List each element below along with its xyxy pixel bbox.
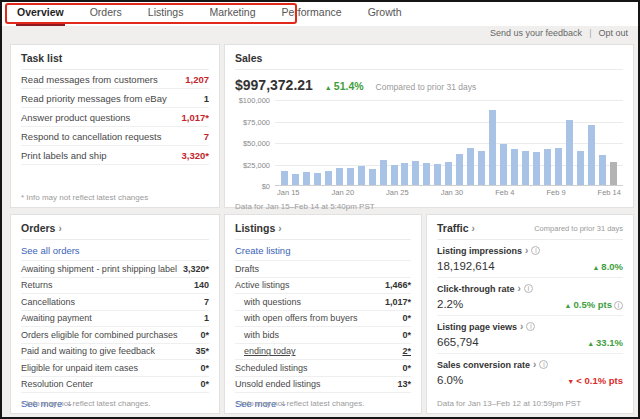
info-icon[interactable]: i [526,322,535,331]
listings-row[interactable]: Drafts [235,261,411,278]
orders-row[interactable]: Paid and waiting to give feedback 35* [21,344,209,361]
orders-row-label: Orders eligible for combined purchases [21,330,178,340]
listings-row-label: Unsold ended listings [235,379,321,389]
sales-title: Sales [235,45,623,70]
traffic-title[interactable]: Traffic › [437,222,475,234]
sales-chart: $0$25,000$50,000$75,000$100,000 [275,100,623,186]
orders-row-value: 3,320* [183,264,209,274]
traffic-compare-note: Compared to prior 31 days [534,224,623,233]
traffic-metric-link[interactable]: Listing page views › i [437,321,623,332]
task-list-row[interactable]: Respond to cancellation requests 7 [21,127,209,146]
listings-row[interactable]: ending today 2* [235,344,411,361]
chart-bar [423,163,430,185]
chart-bar [478,151,485,185]
chart-bar [401,163,408,185]
traffic-metric-link[interactable]: Listing impressions › i [437,245,623,256]
chart-bar [336,168,343,185]
orders-row[interactable]: Eligible for unpaid item cases 0* [21,360,209,377]
metric-label: Listing impressions [437,246,522,256]
tab[interactable]: Orders [89,1,123,26]
y-tick-label: $50,000 [243,139,270,148]
metric-value: 18,192,614 [437,260,495,272]
see-all-orders-link[interactable]: See all orders [21,240,209,261]
task-list-row[interactable]: Read priority messages from eBay 1 [21,89,209,108]
listings-row[interactable]: Unsold ended listings 13* [235,377,411,394]
task-label: Read messages from customers [21,74,158,85]
chart-bar [555,148,562,185]
send-feedback-link[interactable]: Send us your feedback [490,28,582,38]
task-list-title: Task list [21,45,209,70]
orders-row[interactable]: Resolution Center 0* [21,377,209,394]
task-list-panel: Task list Read messages from customers 1… [10,44,220,208]
tab[interactable]: Performance [281,1,343,26]
orders-row[interactable]: Awaiting shipment - print shipping label… [21,261,209,278]
info-icon[interactable]: i [524,284,533,293]
tab[interactable]: Marketing [208,1,256,26]
info-icon[interactable]: i [614,301,623,310]
tab[interactable]: Listings [147,1,185,26]
listings-row-label: Active listings [235,280,290,290]
task-list-row[interactable]: Answer product questions 1,017* [21,108,209,127]
listings-row[interactable]: Active listings 1,466* [235,278,411,295]
x-tick-label: Feb 4 [495,188,514,197]
metric-delta-value: < 0.1% pts [576,375,623,386]
listings-footnote: * Info may not reflect latest changes. [235,399,364,408]
listings-row-value: 0* [402,313,411,323]
orders-title[interactable]: Orders › [21,215,209,240]
listings-row-value: 0* [402,363,411,373]
metric-label: Click-through rate [437,284,515,294]
task-list-rows: Read messages from customers 1,207 Read … [21,70,209,165]
listings-row-label: with bids [235,330,279,340]
chart-bar [610,162,617,185]
orders-row[interactable]: Returns 140 [21,278,209,295]
tab[interactable]: Growth [367,1,403,26]
tab[interactable]: Overview [16,1,65,26]
task-label: Answer product questions [21,112,130,123]
y-tick-label: $25,000 [243,160,270,169]
task-list-row[interactable]: Print labels and ship 3,320* [21,146,209,165]
metric-value: 6.0% [437,374,463,386]
sales-chart-plot [275,100,623,186]
chart-bar [500,144,507,185]
chart-bar [511,149,518,185]
task-list-footnote: * Info may not reflect latest changes [21,193,148,202]
listings-row[interactable]: Scheduled listings 0* [235,360,411,377]
listings-row-value: 1,466* [385,280,411,290]
chart-bar [522,151,529,185]
info-icon[interactable]: i [539,360,548,369]
x-tick-label: Jan 30 [441,188,464,197]
traffic-metric-link[interactable]: Click-through rate › i [437,283,623,294]
y-tick-label: $75,000 [243,117,270,126]
traffic-metric-link[interactable]: Sales conversion rate › i [437,359,623,370]
chart-bar [369,169,376,185]
sales-total: $997,372.21 [235,77,313,93]
chart-bar [391,165,398,185]
task-list-row[interactable]: Read messages from customers 1,207 [21,70,209,89]
listings-title[interactable]: Listings › [235,215,411,240]
listings-row[interactable]: with open offers from buyers 0* [235,311,411,328]
orders-row[interactable]: Cancellations 7 [21,294,209,311]
chart-bar [358,166,365,185]
listings-row[interactable]: with bids 0* [235,327,411,344]
opt-out-link[interactable]: Opt out [598,28,628,38]
divider: | [589,28,591,38]
chevron-right-icon: › [518,283,521,294]
chart-bar [533,152,540,185]
orders-row[interactable]: Awaiting payment 1 [21,311,209,328]
sales-compare-note: Compared to prior 31 days [376,82,477,92]
delta-arrow-icon: ▼ [567,378,574,385]
orders-row[interactable]: Orders eligible for combined purchases 0… [21,327,209,344]
info-icon[interactable]: i [531,246,540,255]
listings-row-label: ending today [235,346,296,356]
task-label: Respond to cancellation requests [21,131,161,142]
listings-row[interactable]: with questions 1,017* [235,294,411,311]
metric-delta: ▲ 33.1% i [587,337,623,348]
listings-title-label: Listings [235,222,275,234]
listings-row-label: Scheduled listings [235,363,308,373]
task-value: 3,320* [182,150,209,161]
y-tick-label: $100,000 [239,96,270,105]
create-listing-link[interactable]: Create listing [235,240,411,261]
listings-row-label: Drafts [235,264,259,274]
delta-arrow-icon: ▲ [592,264,599,271]
chart-bar [292,174,299,185]
